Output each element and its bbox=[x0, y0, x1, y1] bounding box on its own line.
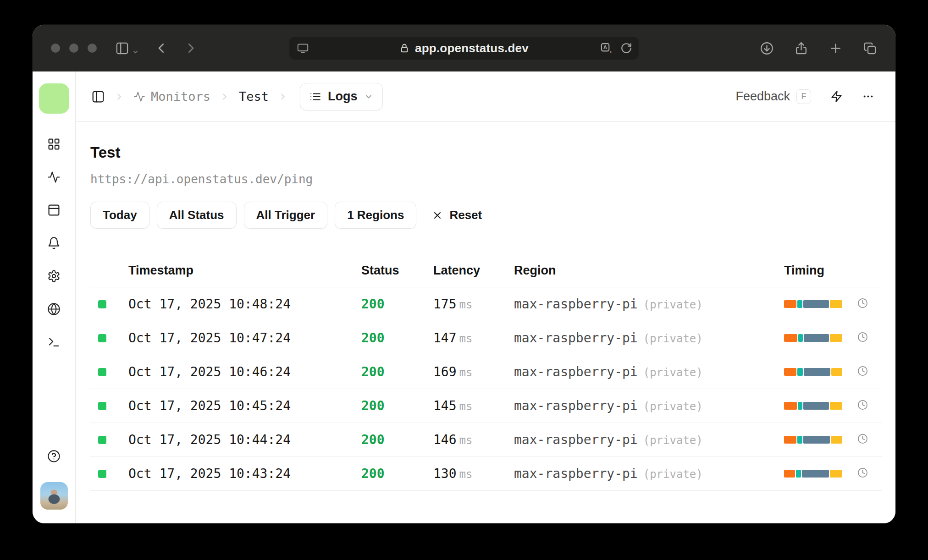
browser-window: app.openstatus.dev Ax bbox=[33, 25, 895, 523]
tab-overview-icon[interactable] bbox=[863, 41, 877, 55]
filter-trigger-button[interactable]: All Trigger bbox=[244, 202, 328, 229]
page-content: Test https://api.openstatus.dev/ping Tod… bbox=[76, 122, 895, 523]
column-timestamp: Timestamp bbox=[128, 264, 361, 278]
more-options-icon[interactable] bbox=[862, 90, 874, 103]
timing-segment bbox=[830, 334, 842, 342]
timing-segment bbox=[804, 334, 829, 342]
browser-toolbar: app.openstatus.dev Ax bbox=[33, 25, 895, 71]
row-status-indicator bbox=[98, 300, 106, 308]
downloads-icon[interactable] bbox=[760, 41, 774, 55]
timing-bar[interactable] bbox=[784, 300, 842, 308]
address-bar[interactable]: app.openstatus.dev Ax bbox=[289, 37, 639, 60]
row-latency-value: 145 bbox=[433, 398, 457, 413]
user-avatar[interactable] bbox=[40, 482, 68, 510]
timing-segment bbox=[796, 470, 801, 478]
feedback-shortcut-badge: F bbox=[796, 89, 811, 104]
filter-bar: Today All Status All Trigger 1 Regions R… bbox=[90, 202, 882, 229]
breadcrumb-monitors[interactable]: Monitors bbox=[133, 89, 210, 104]
view-selector-logs[interactable]: Logs bbox=[300, 83, 383, 110]
forward-button[interactable] bbox=[184, 41, 198, 55]
clock-icon[interactable] bbox=[857, 366, 868, 376]
new-tab-icon[interactable] bbox=[829, 41, 843, 55]
zoom-window-button[interactable] bbox=[88, 44, 97, 53]
help-icon[interactable] bbox=[47, 450, 61, 463]
reload-icon[interactable] bbox=[620, 42, 632, 54]
log-row[interactable]: Oct 17, 2025 10:46:24 200 169 ms max-ras… bbox=[90, 355, 882, 389]
row-latency-value: 130 bbox=[433, 466, 457, 481]
timing-bar[interactable] bbox=[784, 334, 842, 342]
clock-icon[interactable] bbox=[857, 400, 868, 410]
timing-bar[interactable] bbox=[784, 470, 842, 478]
clock-icon[interactable] bbox=[857, 434, 868, 444]
status-page-panel-icon[interactable] bbox=[47, 203, 61, 217]
close-window-button[interactable] bbox=[51, 44, 60, 53]
command-zap-icon[interactable] bbox=[830, 90, 843, 103]
filter-regions-button[interactable]: 1 Regions bbox=[335, 202, 416, 229]
row-region-visibility: (private) bbox=[643, 468, 703, 481]
row-latency-value: 147 bbox=[433, 330, 457, 346]
translate-icon[interactable]: Ax bbox=[600, 42, 613, 55]
timing-segment bbox=[804, 368, 830, 376]
row-latency-unit: ms bbox=[459, 298, 473, 311]
chevron-right-icon bbox=[220, 92, 230, 102]
row-status-indicator bbox=[98, 470, 106, 478]
notifications-bell-icon[interactable] bbox=[47, 236, 61, 250]
app-sidebar-toggle-icon[interactable] bbox=[91, 90, 105, 104]
row-status-indicator bbox=[98, 334, 106, 342]
lock-icon bbox=[399, 43, 409, 53]
breadcrumb-monitor-name[interactable]: Test bbox=[239, 89, 269, 104]
timing-segment bbox=[784, 368, 796, 376]
row-region: max-raspberry-pi bbox=[514, 432, 638, 447]
row-latency-unit: ms bbox=[459, 400, 473, 413]
back-button[interactable] bbox=[155, 41, 168, 55]
timing-segment bbox=[831, 368, 842, 376]
timing-bar[interactable] bbox=[784, 368, 842, 376]
timing-bar[interactable] bbox=[784, 402, 842, 410]
share-icon[interactable] bbox=[794, 41, 808, 55]
workspace-avatar[interactable] bbox=[39, 83, 69, 114]
log-row[interactable]: Oct 17, 2025 10:43:24 200 130 ms max-ras… bbox=[90, 457, 882, 491]
log-row[interactable]: Oct 17, 2025 10:45:24 200 145 ms max-ras… bbox=[90, 389, 882, 423]
regions-globe-icon[interactable] bbox=[47, 302, 61, 316]
feedback-button[interactable]: Feedback F bbox=[735, 89, 811, 104]
clock-icon[interactable] bbox=[857, 332, 868, 342]
svg-text:A: A bbox=[603, 44, 608, 50]
filter-status-button[interactable]: All Status bbox=[157, 202, 237, 229]
activity-icon bbox=[133, 91, 145, 103]
log-row[interactable]: Oct 17, 2025 10:47:24 200 147 ms max-ras… bbox=[90, 321, 882, 355]
clock-icon[interactable] bbox=[857, 467, 868, 478]
row-status-code: 200 bbox=[361, 296, 385, 312]
table-header-row: Timestamp Status Latency Region Timing bbox=[90, 254, 882, 287]
log-row[interactable]: Oct 17, 2025 10:48:24 200 175 ms max-ras… bbox=[90, 287, 882, 321]
timing-segment bbox=[803, 402, 829, 410]
row-timestamp: Oct 17, 2025 10:48:24 bbox=[128, 296, 291, 312]
row-latency-value: 146 bbox=[433, 432, 457, 447]
row-timestamp: Oct 17, 2025 10:47:24 bbox=[128, 330, 291, 346]
page-settings-icon[interactable] bbox=[297, 42, 309, 55]
page-title: Test bbox=[90, 144, 882, 161]
timing-segment bbox=[784, 402, 797, 410]
timing-segment bbox=[803, 300, 829, 308]
dashboard-grid-icon[interactable] bbox=[47, 137, 61, 151]
row-status-code: 200 bbox=[361, 432, 385, 447]
timing-segment bbox=[797, 368, 803, 376]
row-region: max-raspberry-pi bbox=[514, 330, 638, 346]
row-region: max-raspberry-pi bbox=[514, 398, 638, 413]
monitor-endpoint: https://api.openstatus.dev/ping bbox=[90, 172, 882, 186]
reset-filters-button[interactable]: Reset bbox=[432, 208, 482, 222]
clock-icon[interactable] bbox=[857, 298, 868, 308]
filter-period-button[interactable]: Today bbox=[90, 202, 149, 229]
log-row[interactable]: Oct 17, 2025 10:44:24 200 146 ms max-ras… bbox=[90, 423, 882, 457]
monitors-activity-icon[interactable] bbox=[47, 170, 61, 184]
row-status-indicator bbox=[98, 368, 106, 376]
row-status-code: 200 bbox=[361, 466, 385, 481]
timing-segment bbox=[797, 436, 802, 444]
settings-gear-icon[interactable] bbox=[47, 269, 61, 283]
minimize-window-button[interactable] bbox=[69, 44, 78, 53]
row-region: max-raspberry-pi bbox=[514, 364, 638, 379]
browser-sidebar-icon[interactable] bbox=[115, 41, 129, 55]
cli-terminal-icon[interactable] bbox=[47, 335, 61, 349]
timing-segment bbox=[784, 436, 796, 444]
timing-bar[interactable] bbox=[784, 436, 842, 444]
tab-group-chevron-icon[interactable] bbox=[132, 49, 139, 55]
